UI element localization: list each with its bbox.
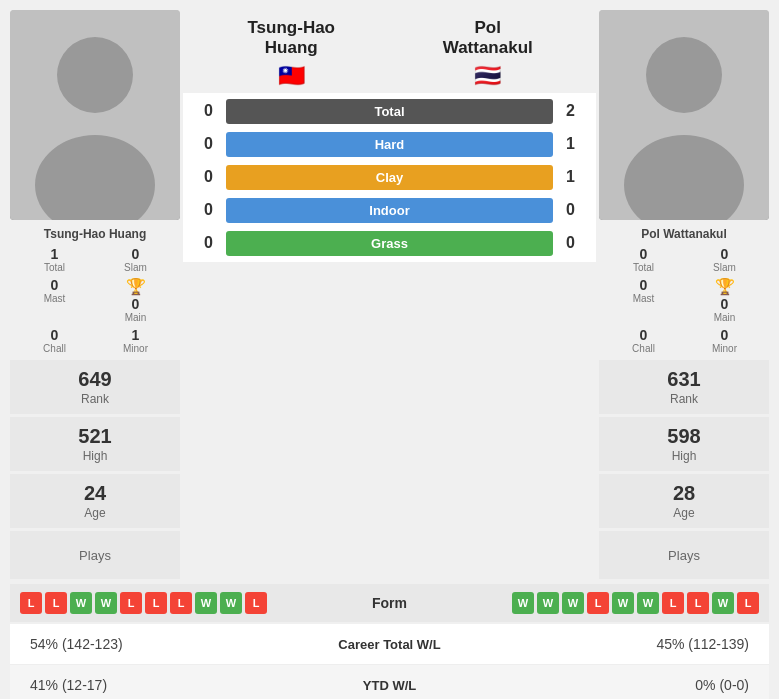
form-badge-l: L [687,592,709,614]
form-badge-w: W [70,592,92,614]
career-stats-table: 54% (142-123) Career Total W/L 45% (112-… [10,624,769,699]
form-badge-l: L [170,592,192,614]
left-name-header: Tsung-Hao Huang 🇹🇼 [193,18,390,89]
right-chall-stat: 0 Chall [604,327,683,354]
svg-point-4 [646,37,722,113]
surface-rows: 0 Total 2 0 Hard 1 0 Clay 1 0 Indoor [183,93,596,262]
form-badge-w: W [512,592,534,614]
right-rank-box: 631 Rank [599,360,769,414]
names-row: Tsung-Hao Huang 🇹🇼 Pol Wattanakul 🇹🇭 [183,10,596,93]
right-slam-stat: 0 Slam [685,246,764,273]
right-form-badges: WWWLWWLLWL [512,592,759,614]
form-badge-w: W [612,592,634,614]
stats-right-1: 0% (0-0) [509,677,749,693]
right-player-name-text: Pol Wattanakul [641,227,727,241]
stats-label-1: YTD W/L [270,678,510,693]
svg-point-1 [57,37,133,113]
form-section: LLWWLLLWWL Form WWWLWWLLWL [10,584,769,622]
surface-row-total: 0 Total 2 [183,95,596,128]
left-stats-grid-2: 0 Mast 🏆 0 Main [10,277,180,323]
left-stats-grid: 1 Total 0 Slam [10,246,180,273]
form-badge-l: L [737,592,759,614]
form-badge-w: W [562,592,584,614]
form-badge-w: W [220,592,242,614]
form-badge-l: L [20,592,42,614]
comparison-wrapper: Tsung-Hao Huang 1 Total 0 Slam 0 Mast [10,10,769,580]
stats-label-0: Career Total W/L [270,637,510,652]
form-badge-l: L [145,592,167,614]
right-stats-grid: 0 Total 0 Slam [599,246,769,273]
left-rank-box: 649 Rank [10,360,180,414]
right-mast-stat: 0 Mast [604,277,683,323]
form-badge-w: W [537,592,559,614]
right-trophy-icon: 🏆 [715,277,735,296]
right-high-box: 598 High [599,417,769,471]
form-badge-l: L [45,592,67,614]
right-stats-grid-3: 0 Chall 0 Minor [599,327,769,354]
stats-left-0: 54% (142-123) [30,636,270,652]
right-name-header: Pol Wattanakul 🇹🇭 [390,18,587,89]
left-trophy-icon: 🏆 [126,277,146,296]
left-slam-stat: 0 Slam [96,246,175,273]
left-minor-stat: 1 Minor [96,327,175,354]
right-age-box: 28 Age [599,474,769,528]
surface-row-grass: 0 Grass 0 [183,227,596,260]
right-player-col: Pol Wattanakul 0 Total 0 Slam 0 Mast [599,10,769,580]
right-name-line2: Wattanakul [390,38,587,58]
stats-row-1: 41% (12-17) YTD W/L 0% (0-0) [10,665,769,699]
left-trophy-main: 🏆 0 Main [96,277,175,323]
right-stats-grid-2: 0 Mast 🏆 0 Main [599,277,769,323]
right-name-line1: Pol [390,18,587,38]
stats-right-0: 45% (112-139) [509,636,749,652]
left-plays-box: Plays [10,531,180,579]
left-player-photo [10,10,180,220]
left-form-badges: LLWWLLLWWL [20,592,267,614]
left-age-box: 24 Age [10,474,180,528]
form-badge-l: L [662,592,684,614]
right-trophy-main: 🏆 0 Main [685,277,764,323]
right-total-stat: 0 Total [604,246,683,273]
right-player-photo [599,10,769,220]
left-chall-stat: 0 Chall [15,327,94,354]
form-badge-w: W [195,592,217,614]
left-name-line1: Tsung-Hao [193,18,390,38]
form-badge-w: W [95,592,117,614]
form-badge-l: L [120,592,142,614]
left-mast-stat: 0 Mast [15,277,94,323]
surface-row-clay: 0 Clay 1 [183,161,596,194]
surface-row-hard: 0 Hard 1 [183,128,596,161]
left-stats-grid-3: 0 Chall 1 Minor [10,327,180,354]
left-high-box: 521 High [10,417,180,471]
right-player-name-label: Pol Wattanakul [599,220,769,246]
stats-left-1: 41% (12-17) [30,677,270,693]
main-container: Tsung-Hao Huang 1 Total 0 Slam 0 Mast [0,0,779,699]
form-badge-l: L [587,592,609,614]
form-badge-l: L [245,592,267,614]
left-player-name-text: Tsung-Hao Huang [44,227,146,241]
form-badge-w: W [712,592,734,614]
right-plays-box: Plays [599,531,769,579]
form-label: Form [372,595,407,611]
form-badge-w: W [637,592,659,614]
left-player-col: Tsung-Hao Huang 1 Total 0 Slam 0 Mast [10,10,180,580]
left-flag: 🇹🇼 [193,63,390,89]
right-minor-stat: 0 Minor [685,327,764,354]
left-name-line2: Huang [193,38,390,58]
right-flag: 🇹🇭 [390,63,587,89]
surface-row-indoor: 0 Indoor 0 [183,194,596,227]
middle-col: Tsung-Hao Huang 🇹🇼 Pol Wattanakul 🇹🇭 0 T… [183,10,596,580]
stats-row-0: 54% (142-123) Career Total W/L 45% (112-… [10,624,769,665]
left-total-stat: 1 Total [15,246,94,273]
left-player-name-label: Tsung-Hao Huang [10,220,180,246]
